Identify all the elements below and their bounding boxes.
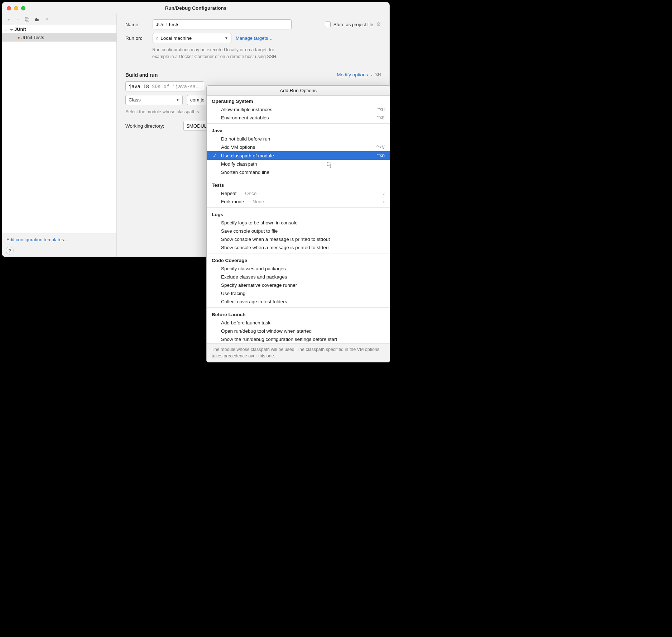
- popup-item[interactable]: Show console when a message is printed t…: [207, 243, 390, 252]
- store-as-project-label: Store as project file: [333, 22, 373, 27]
- popup-item-shortcut: ^⌥U: [376, 107, 385, 112]
- popup-item-label: Environment variables: [221, 115, 269, 120]
- popup-item-label: Allow multiple instances: [221, 107, 272, 112]
- chevron-down-icon: ⌄: [370, 73, 373, 77]
- popup-item-shortcut: ^⌥E: [376, 115, 385, 120]
- popup-item[interactable]: Show the run/debug configuration setting…: [207, 335, 390, 343]
- window-title: Run/Debug Configurations: [2, 5, 389, 11]
- add-run-options-popup: Add Run Options Operating SystemAllow mu…: [206, 85, 390, 362]
- config-tree[interactable]: ⌄ ◂▸ JUnit ◂▸ JUnit Tests: [2, 25, 116, 233]
- popup-item-label: Shorten command line: [221, 170, 269, 175]
- popup-item-label: Fork mode: [221, 199, 244, 204]
- popup-item-secondary: Once: [245, 191, 256, 196]
- popup-item-label: Do not build before run: [221, 136, 270, 142]
- popup-item-label: Use tracing: [221, 291, 245, 296]
- popup-item[interactable]: Add VM options^⌥V: [207, 143, 390, 151]
- popup-item[interactable]: Allow multiple instances^⌥U: [207, 105, 390, 114]
- name-label: Name:: [125, 22, 148, 27]
- help-button[interactable]: ?: [6, 247, 14, 255]
- chevron-down-icon: ▼: [176, 98, 179, 102]
- runon-label: Run on:: [125, 35, 148, 41]
- popup-item-label: Specify logs to be shown in console: [221, 220, 298, 225]
- popup-item[interactable]: Collect coverage in test folders: [207, 298, 390, 306]
- build-and-run-heading: Build and run: [125, 72, 158, 78]
- chevron-down-icon: ▼: [225, 36, 228, 40]
- edit-templates-link[interactable]: Edit configuration templates…: [6, 237, 68, 242]
- save-config-icon[interactable]: 🖿: [34, 17, 39, 22]
- modify-options-shortcut: ⌥M: [375, 72, 381, 77]
- sort-config-icon[interactable]: ↓ª: [43, 17, 49, 22]
- name-input[interactable]: [153, 19, 292, 29]
- copy-config-icon[interactable]: ⿻: [24, 17, 30, 22]
- chevron-right-icon: ›: [383, 199, 385, 204]
- popup-item[interactable]: Open run/debug tool window when started: [207, 327, 390, 335]
- add-config-icon[interactable]: ＋: [6, 16, 11, 23]
- popup-section-title: Code Coverage: [207, 255, 390, 265]
- popup-item-label: Show the run/debug configuration setting…: [221, 337, 337, 342]
- popup-item-label: Exclude classes and packages: [221, 274, 287, 280]
- help-row: ?: [2, 244, 116, 257]
- popup-item[interactable]: Modify classpath: [207, 160, 390, 168]
- popup-item-label: Collect coverage in test folders: [221, 299, 287, 304]
- popup-item-label: Open run/debug tool window when started: [221, 328, 312, 334]
- popup-item[interactable]: Save console output to file: [207, 227, 390, 235]
- popup-item[interactable]: Repeat Once›: [207, 189, 390, 198]
- tree-node-junit-tests[interactable]: ◂▸ JUnit Tests: [2, 33, 116, 42]
- jdk-combo[interactable]: java 18 SDK of 'java-sa…: [125, 81, 204, 91]
- popup-section-title: Before Launch: [207, 309, 390, 319]
- popup-item-label: Specify alternative coverage runner: [221, 282, 297, 288]
- tree-node-junit[interactable]: ⌄ ◂▸ JUnit: [2, 25, 116, 33]
- popup-item-label: Specify classes and packages: [221, 266, 286, 271]
- workdir-label: Working directory:: [125, 123, 179, 129]
- popup-item-label: Save console output to file: [221, 228, 278, 234]
- popup-item-label: Repeat: [221, 191, 237, 196]
- remove-config-icon[interactable]: －: [15, 16, 21, 23]
- config-sidebar: ＋ － ⿻ 🖿 ↓ª ⌄ ◂▸ JUnit ◂▸ JUnit Tests Edi…: [2, 14, 117, 257]
- popup-item[interactable]: Add before launch task: [207, 319, 390, 327]
- popup-section-title: Logs: [207, 209, 390, 219]
- tree-node-label: JUnit Tests: [21, 35, 44, 40]
- popup-item-shortcut: ^⌥O: [376, 153, 385, 158]
- popup-item-label: Show console when a message is printed t…: [221, 237, 330, 242]
- popup-item-label: Show console when a message is printed t…: [221, 245, 329, 250]
- popup-item[interactable]: Environment variables^⌥E: [207, 114, 390, 122]
- sidebar-footer: Edit configuration templates…: [2, 233, 116, 244]
- modify-options-link[interactable]: Modify options: [337, 72, 368, 77]
- expand-caret-icon[interactable]: ⌄: [4, 27, 9, 31]
- popup-item[interactable]: Shorten command line: [207, 168, 390, 176]
- popup-item-label: Modify classpath: [221, 161, 257, 167]
- popup-item-label: Add before launch task: [221, 320, 270, 325]
- check-icon: ✓: [212, 153, 218, 158]
- junit-type-icon: ◂▸: [10, 28, 13, 31]
- test-kind-value: Class: [129, 97, 141, 103]
- popup-item[interactable]: Exclude classes and packages: [207, 273, 390, 281]
- popup-item[interactable]: Specify logs to be shown in console: [207, 219, 390, 227]
- popup-item[interactable]: ✓Use classpath of module^⌥O: [207, 151, 390, 160]
- junit-type-icon: ◂▸: [17, 36, 20, 39]
- popup-item[interactable]: Use tracing: [207, 289, 390, 298]
- tree-node-label: JUnit: [14, 27, 26, 32]
- popup-item-label: Use classpath of module: [221, 153, 274, 158]
- class-input[interactable]: [187, 95, 208, 105]
- popup-item-label: Add VM options: [221, 144, 255, 150]
- test-kind-combo[interactable]: Class ▼: [125, 95, 183, 105]
- runon-value: Local machine: [160, 35, 192, 41]
- popup-item[interactable]: Show console when a message is printed t…: [207, 235, 390, 243]
- popup-item[interactable]: Specify alternative coverage runner: [207, 281, 390, 289]
- runon-hint: Run configurations may be executed local…: [125, 47, 283, 60]
- popup-item-secondary: None: [253, 199, 264, 204]
- popup-item[interactable]: Do not build before run: [207, 135, 390, 143]
- store-settings-gear-icon[interactable]: ⚙: [376, 21, 381, 28]
- popup-section-title: Operating System: [207, 96, 390, 105]
- titlebar: Run/Debug Configurations: [2, 2, 389, 14]
- popup-item[interactable]: Specify classes and packages: [207, 265, 390, 273]
- store-as-project-checkbox[interactable]: [325, 22, 331, 27]
- manage-targets-link[interactable]: Manage targets…: [236, 35, 273, 41]
- runon-combo[interactable]: ⌂ Local machine ▼: [153, 33, 231, 43]
- popup-item-shortcut: ^⌥V: [376, 144, 385, 150]
- chevron-right-icon: ›: [383, 191, 385, 196]
- jdk-value: java 18 SDK of 'java-sa…: [129, 84, 198, 89]
- popup-item[interactable]: Fork mode None›: [207, 198, 390, 206]
- home-icon: ⌂: [156, 35, 158, 41]
- sidebar-toolbar: ＋ － ⿻ 🖿 ↓ª: [2, 14, 116, 25]
